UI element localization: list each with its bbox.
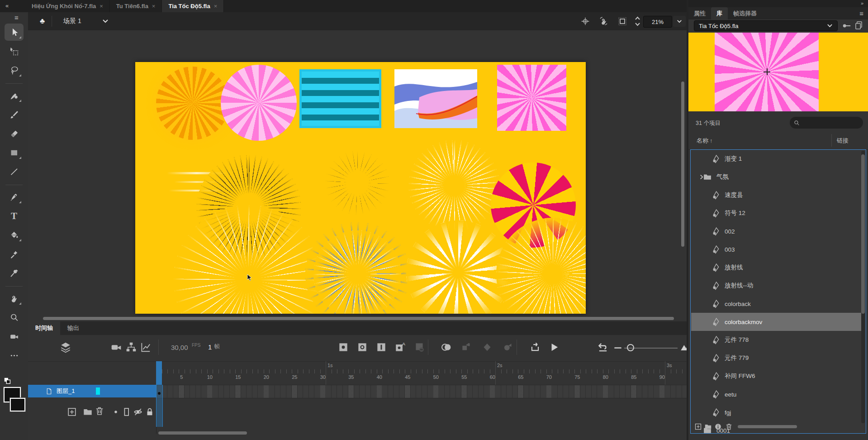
camera-tool[interactable]	[5, 328, 24, 345]
library-item[interactable]: eetu	[691, 385, 861, 403]
delete-item-button[interactable]	[725, 423, 733, 430]
onion-skin-icon[interactable]	[441, 341, 452, 353]
stage-vertical-scrollbar[interactable]	[681, 81, 684, 247]
artwork-white-burst[interactable]	[409, 140, 499, 231]
artwork-orange-sunburst[interactable]	[156, 67, 229, 140]
stage-horizontal-scrollbar[interactable]	[43, 317, 674, 320]
playhead-head[interactable]	[156, 361, 162, 385]
rotate-view-hand-icon[interactable]	[599, 16, 608, 26]
zoom-dropdown-button[interactable]	[673, 16, 686, 27]
outline-view-icon[interactable]	[122, 407, 132, 417]
pin-tool[interactable]	[5, 264, 24, 282]
new-folder-icon[interactable]	[83, 407, 93, 417]
document-tab[interactable]: Tia Tốc Độ5.fla×	[162, 0, 224, 12]
close-tab-icon[interactable]: ×	[214, 3, 218, 10]
more-tool[interactable]	[5, 347, 24, 364]
shape-tween-icon[interactable]	[481, 341, 493, 353]
layers-view-icon[interactable]	[60, 341, 71, 353]
library-item-preview[interactable]	[688, 33, 868, 111]
layer-parenting-icon[interactable]	[125, 341, 137, 353]
reset-timeline-zoom-icon[interactable]	[597, 341, 609, 353]
close-tab-icon[interactable]: ×	[100, 3, 103, 10]
library-item-selected[interactable]: colorbackmov	[691, 313, 861, 331]
column-linkage[interactable]: 链接	[837, 137, 849, 145]
timeline-zoom-out-icon[interactable]	[614, 347, 621, 349]
layer-row[interactable]: 图层_1	[28, 385, 156, 397]
default-colors-icon[interactable]	[4, 377, 12, 385]
insert-keyframe-icon[interactable]	[337, 341, 349, 353]
paint-bucket-tool[interactable]	[5, 226, 24, 244]
rectangle-tool[interactable]	[5, 144, 24, 161]
library-item[interactable]: 放射线--动	[691, 277, 861, 295]
new-symbol-button[interactable]	[694, 423, 702, 430]
artwork-sparse-dark-lines[interactable]	[326, 151, 389, 215]
library-item[interactable]: 002	[691, 222, 861, 240]
symbol-club-icon[interactable]: ♣	[40, 17, 45, 26]
insert-frame-icon[interactable]	[375, 341, 387, 353]
expand-folder-icon[interactable]	[698, 174, 705, 180]
artwork-pink-sunburst-rect[interactable]	[497, 65, 566, 131]
eyedropper-tool[interactable]	[5, 245, 24, 263]
layer-name[interactable]: 图层_1	[57, 387, 75, 395]
remove-frame-icon[interactable]	[413, 341, 425, 353]
library-document-dropdown[interactable]: Tia Tốc Độ5.fla	[694, 20, 838, 31]
line-tool[interactable]	[5, 163, 24, 180]
artwork-white-speedline-cluster[interactable]	[174, 205, 323, 314]
timeline-tab-输出[interactable]: 输出	[60, 321, 86, 335]
classic-brush-tool[interactable]	[5, 106, 24, 123]
new-folder-button[interactable]	[704, 423, 712, 430]
library-column-headers[interactable]: 名称↑ 链接	[688, 131, 868, 150]
library-item[interactable]: 元件 779	[691, 349, 861, 367]
hand-tool[interactable]	[5, 290, 24, 307]
delete-layer-icon[interactable]	[95, 406, 104, 416]
library-item[interactable]: 003	[691, 240, 861, 258]
timeline-tab-时间轴[interactable]: 时间轴	[28, 321, 60, 335]
library-item[interactable]: colorback	[691, 295, 861, 313]
current-frame-value[interactable]: 1	[208, 343, 212, 351]
timeline-zoom-slider-knob[interactable]	[627, 344, 634, 351]
panel-tab-属性[interactable]: 属性	[688, 7, 711, 19]
library-item[interactable]: 补间 FFW6	[691, 367, 861, 385]
eraser-tool[interactable]	[5, 125, 24, 142]
keyframe-dot[interactable]	[158, 392, 161, 395]
library-item[interactable]: 元件 778	[691, 331, 861, 349]
stage-canvas[interactable]	[135, 62, 586, 314]
center-stage-icon[interactable]	[581, 17, 590, 26]
panel-tab-帧选择器[interactable]: 帧选择器	[728, 7, 762, 19]
artwork-white-thick-sunburst[interactable]	[406, 220, 510, 314]
pin-library-icon[interactable]	[842, 22, 851, 29]
new-library-panel-icon[interactable]	[855, 21, 863, 29]
lock-layers-icon[interactable]	[145, 407, 155, 417]
scene-chevron-down-icon[interactable]	[102, 19, 109, 24]
default-swap-colors[interactable]	[4, 377, 24, 386]
library-item[interactable]: 放射线	[691, 258, 861, 277]
hide-layers-icon[interactable]	[133, 407, 143, 417]
stage-pasteboard[interactable]	[28, 30, 687, 321]
library-item[interactable]: 符号 12	[691, 204, 861, 222]
layer-frames-track[interactable]	[156, 385, 687, 398]
play-button[interactable]	[548, 341, 560, 353]
collapse-tabs-icon[interactable]: «	[5, 3, 9, 9]
library-item[interactable]: 气氛	[691, 168, 861, 186]
timeline-ruler[interactable]: 510152025303540455055606570758085901s2s3…	[28, 361, 687, 385]
subselection-tool[interactable]	[5, 43, 24, 60]
library-items-list[interactable]: 渐变 1气氛速度县符号 12002003放射线放射线--动colorbackco…	[690, 149, 866, 434]
loop-playback-icon[interactable]	[529, 341, 541, 353]
zoom-tool[interactable]	[5, 309, 24, 326]
graph-editor-icon[interactable]	[140, 341, 152, 353]
layer-outline-color-chip[interactable]	[96, 387, 100, 395]
toolbar-menu-icon[interactable]: ≡	[14, 14, 19, 21]
panel-tab-库[interactable]: 库	[711, 7, 728, 19]
lasso-tool[interactable]	[5, 62, 24, 79]
collapse-panel-icon[interactable]: »	[861, 1, 863, 6]
insert-blank-keyframe-icon[interactable]	[356, 341, 368, 353]
document-tab[interactable]: Hiệu Ứng Khói Nổ-7.fla×	[25, 0, 110, 12]
library-vertical-scrollbar[interactable]	[861, 151, 865, 423]
panel-menu-icon[interactable]: ≡	[859, 10, 863, 17]
zoom-level-value[interactable]: 21%	[643, 16, 672, 28]
selection-tool[interactable]	[5, 24, 24, 41]
library-item[interactable]: fgj	[691, 403, 861, 421]
artwork-wave-card[interactable]	[394, 69, 477, 128]
library-horizontal-scrollbar[interactable]	[738, 425, 797, 428]
timeline-horizontal-scrollbar[interactable]	[158, 431, 247, 435]
